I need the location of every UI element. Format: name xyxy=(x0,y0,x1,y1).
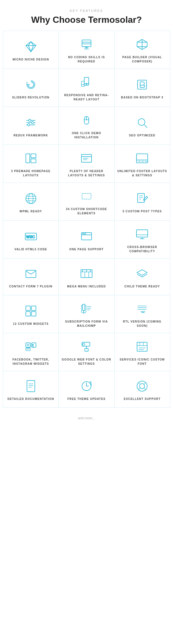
feature-label-bootstrap3: BASED ON BOOTSTRAP 3 xyxy=(121,95,163,100)
svg-point-105 xyxy=(140,384,145,389)
feature-cell-sliders-revolution: SLIDERS REVOLUTION xyxy=(3,69,59,107)
svg-point-13 xyxy=(86,84,87,85)
svg-rect-90 xyxy=(83,343,85,345)
layouts-icon xyxy=(24,151,38,166)
rtl-icon xyxy=(135,301,149,316)
feature-label-micro-niche-design: MICRO NICHE DESIGN xyxy=(13,57,49,62)
feature-cell-bootstrap3: BASED ON BOOTSTRAP 3 xyxy=(115,69,170,107)
paint-roller-icon xyxy=(79,339,94,354)
feature-label-services-font: SERVICES ICONIC CUSTOM FONT xyxy=(117,357,167,366)
feature-label-one-page-support: ONE PAGE SUPPORT xyxy=(69,247,104,251)
feature-cell-cross-browser: CROSS-BROWSER COMPATIBILITY xyxy=(115,221,170,259)
feature-cell-documentation: DETAILED DOCUMENTATION xyxy=(3,371,59,408)
svg-rect-93 xyxy=(137,342,147,351)
refresh-icon xyxy=(24,77,38,92)
svg-point-21 xyxy=(31,121,34,124)
feature-cell-header-layouts: PLENTY OF HEADER LAYOUTS & SETTINGS xyxy=(59,145,114,183)
feature-cell-responsive-retina: RESPONSIVE AND RETINA-READY LAYOUT xyxy=(59,69,114,107)
svg-rect-14 xyxy=(81,81,84,86)
svg-rect-45 xyxy=(82,193,91,199)
cube-icon xyxy=(135,37,149,52)
svg-rect-46 xyxy=(138,193,144,202)
feature-label-responsive-retina: RESPONSIVE AND RETINA-READY LAYOUT xyxy=(62,93,111,102)
feature-cell-google-fonts: GOOGLE WEB FONT & COLOR SETTINGS xyxy=(59,333,114,371)
feature-cell-valid-html5: W3CVALID HTML5 CODE xyxy=(3,221,59,259)
feature-label-header-layouts: PLENTY OF HEADER LAYOUTS & SETTINGS xyxy=(62,169,111,177)
widgets-icon xyxy=(24,304,38,318)
feature-cell-3-premade-layouts: 3 PREMADE HOMEPAGE LAYOUTS xyxy=(3,145,59,183)
svg-line-106 xyxy=(138,382,140,384)
feature-cell-footer-layouts: UNLIMITED FOOTER LAYOUTS & SETTINGS xyxy=(115,145,170,183)
feature-label-page-builder: PAGE BUILDER (VISUAL COMPOSER) xyxy=(117,55,167,64)
social-icon: t xyxy=(24,339,38,354)
feature-label-cross-browser: CROSS-BROWSER COMPATIBILITY xyxy=(117,245,167,253)
feature-label-one-click-demo: ONE CLICK DEMO INSTALLATION xyxy=(62,131,111,139)
envelope-icon xyxy=(24,266,38,281)
life-ring-icon xyxy=(135,379,149,393)
svg-line-27 xyxy=(144,125,147,128)
browser-icon xyxy=(79,229,94,244)
svg-line-109 xyxy=(144,388,146,390)
feature-label-valid-html5: VALID HTML5 CODE xyxy=(15,247,47,251)
dashed-rect-icon xyxy=(79,189,94,204)
header-subtitle: KEY FEATURES xyxy=(0,9,173,12)
feature-label-redux-framework: REDUX FRAMEWORK xyxy=(13,133,48,138)
svg-rect-99 xyxy=(27,380,35,392)
feature-label-mega-menu: MEGA MENU INCLUDED xyxy=(67,284,106,289)
feature-cell-social-widgets: tFACEBOOK, TWITTER, INSTAGRAM WIDGETS xyxy=(3,333,59,371)
feature-cell-one-page-support: ONE PAGE SUPPORT xyxy=(59,221,114,259)
feature-cell-34-shortcodes: 34 CUSTOM SHORTCODE ELEMENTS xyxy=(59,183,114,221)
sliders-icon xyxy=(24,115,38,130)
svg-rect-30 xyxy=(31,159,36,163)
svg-rect-89 xyxy=(82,342,90,346)
pencil-page-icon xyxy=(135,191,149,206)
feature-label-google-fonts: GOOGLE WEB FONT & COLOR SETTINGS xyxy=(62,357,111,366)
svg-line-50 xyxy=(143,199,144,201)
feature-label-34-shortcodes: 34 CUSTOM SHORTCODE ELEMENTS xyxy=(62,207,111,215)
svg-rect-73 xyxy=(31,312,36,316)
svg-rect-53 xyxy=(81,233,92,240)
svg-rect-29 xyxy=(31,154,36,158)
svg-rect-92 xyxy=(85,348,88,351)
svg-line-108 xyxy=(138,388,140,390)
svg-rect-16 xyxy=(138,80,147,89)
feature-label-3-premade-layouts: 3 PREMADE HOMEPAGE LAYOUTS xyxy=(6,169,56,177)
svg-rect-57 xyxy=(136,230,148,237)
svg-point-26 xyxy=(138,119,145,125)
feature-cell-page-builder: PAGE BUILDER (VISUAL COMPOSER) xyxy=(115,31,170,69)
svg-rect-28 xyxy=(26,154,30,163)
svg-point-83 xyxy=(27,344,29,346)
svg-marker-69 xyxy=(137,270,147,275)
footer-text: and more... xyxy=(0,413,173,426)
feature-label-contact-form7: CONTACT FORM 7 PLUGIN xyxy=(9,284,52,289)
feature-cell-12-widgets: 12 CUSTOM WIDGETS xyxy=(3,295,59,333)
svg-rect-1 xyxy=(82,40,91,47)
svg-text:W3C: W3C xyxy=(26,235,35,239)
feature-cell-mailchimp: SUBSCRIPTION FORM VIA MAILCHIMP xyxy=(59,295,114,333)
header-icon xyxy=(79,151,94,166)
svg-rect-72 xyxy=(26,312,30,316)
svg-point-55 xyxy=(83,233,84,234)
feature-label-mailchimp: SUBSCRIPTION FORM VIA MAILCHIMP xyxy=(62,319,111,328)
feature-cell-no-coding-skills: NO CODING SKILLS IS REQUIRED xyxy=(59,31,114,69)
feature-label-documentation: DETAILED DOCUMENTATION xyxy=(8,397,54,401)
search-icon xyxy=(135,115,149,130)
feature-label-footer-layouts: UNLIMITED FOOTER LAYOUTS & SETTINGS xyxy=(117,169,167,177)
feature-cell-seo-optimized: SEO OPTIMIZED xyxy=(115,107,170,145)
feature-label-seo-optimized: SEO OPTIMIZED xyxy=(129,133,155,138)
globe-icon xyxy=(24,191,38,206)
feature-label-wpml-ready: WPML READY xyxy=(20,209,42,213)
feature-label-child-theme-ready: CHILD THEME READY xyxy=(124,284,160,289)
mouse-icon xyxy=(79,113,94,128)
svg-text:t: t xyxy=(32,343,33,347)
svg-rect-82 xyxy=(26,343,30,347)
feature-cell-free-updates: FREE THEME UPDATES xyxy=(59,371,114,408)
monitor-icon xyxy=(135,227,149,242)
header-title: Why Choose Termosolar? xyxy=(0,15,173,25)
feature-cell-mega-menu: MEGA MENU INCLUDED xyxy=(59,259,114,295)
feature-label-12-widgets: 12 CUSTOM WIDGETS xyxy=(13,322,49,326)
feature-label-social-widgets: FACEBOOK, TWITTER, INSTAGRAM WIDGETS xyxy=(6,357,56,366)
mobile-icon xyxy=(79,75,94,90)
w3c-icon: W3C xyxy=(24,229,38,244)
feature-cell-rtl-version: RTL VERSION (COMING SOON) xyxy=(115,295,170,333)
